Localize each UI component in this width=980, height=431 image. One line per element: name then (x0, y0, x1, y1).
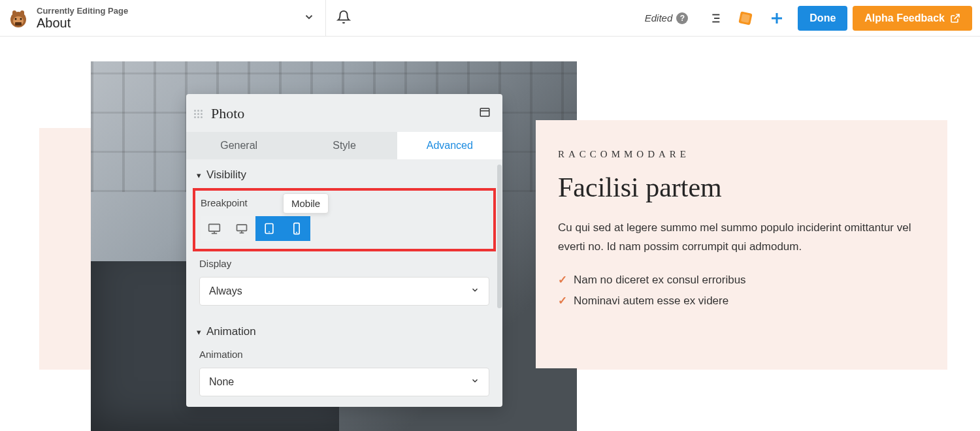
svg-rect-14 (741, 13, 750, 22)
top-bar: Currently Editing Page About Edited ? Do… (0, 0, 980, 37)
app-logo (8, 8, 29, 29)
feedback-button[interactable]: Alpha Feedback (853, 6, 972, 31)
feedback-label: Alpha Feedback (864, 12, 945, 24)
chevron-down-icon (470, 376, 480, 388)
panel-header[interactable]: Photo (186, 94, 502, 132)
page-title: About (37, 16, 128, 31)
svg-rect-22 (237, 225, 247, 231)
display-label: Display (199, 258, 489, 269)
breakpoint-highlight: Breakpoint (193, 188, 496, 251)
breakpoint-xl-button[interactable] (201, 216, 228, 241)
external-link-icon (950, 13, 960, 24)
section-animation[interactable]: ▾ Animation (186, 316, 502, 345)
tab-general[interactable]: General (186, 132, 291, 159)
section-visibility[interactable]: ▾ Visibility (186, 159, 502, 188)
bell-icon[interactable] (336, 10, 351, 27)
breakpoint-lg-button[interactable] (228, 216, 255, 241)
svg-point-6 (20, 18, 22, 20)
animation-label: Animation (199, 349, 489, 360)
canvas: RACCOMMODARE Facilisi partem Cu qui sed … (0, 37, 980, 431)
layout-icon[interactable] (738, 10, 753, 26)
expand-icon[interactable] (479, 106, 491, 121)
display-select[interactable]: Always (199, 277, 489, 306)
svg-point-5 (15, 18, 17, 20)
breakpoint-tablet-button[interactable] (255, 216, 283, 241)
scrollbar[interactable] (497, 165, 502, 308)
separator (325, 0, 326, 37)
page-context-label: Currently Editing Page (37, 6, 128, 16)
svg-rect-2 (12, 10, 16, 17)
chevron-down-icon: ▾ (197, 327, 201, 337)
done-button[interactable]: Done (798, 6, 847, 31)
check-icon: ✓ (558, 291, 567, 311)
drag-handle-icon[interactable] (194, 104, 203, 123)
outline-icon[interactable] (708, 11, 722, 25)
svg-rect-17 (480, 108, 489, 116)
panel-title: Photo (211, 105, 479, 122)
bullet-list: ✓Nam no diceret ex consul erroribus ✓Nom… (558, 270, 925, 312)
content-card: RACCOMMODARE Facilisi partem Cu qui sed … (536, 120, 947, 368)
chevron-down-icon[interactable] (303, 11, 315, 25)
headline-text: Facilisi partem (558, 172, 925, 203)
chevron-down-icon: ▾ (197, 170, 201, 180)
breakpoint-label: Breakpoint (201, 197, 488, 208)
plus-icon[interactable] (769, 10, 785, 26)
svg-rect-4 (15, 22, 22, 25)
breakpoint-mobile-button[interactable] (283, 216, 310, 241)
edited-status: Edited (645, 12, 673, 24)
eyebrow-text: RACCOMMODARE (558, 149, 925, 160)
breakpoint-toggle-group (201, 216, 488, 241)
check-icon: ✓ (558, 270, 567, 291)
animation-field: Animation None (186, 345, 502, 407)
svg-rect-3 (20, 10, 24, 17)
tab-style[interactable]: Style (291, 132, 397, 159)
page-selector[interactable]: Currently Editing Page About (37, 6, 315, 31)
display-field: Display Always (186, 254, 502, 316)
panel-tabs: General Style Advanced (186, 132, 502, 159)
help-icon[interactable]: ? (676, 12, 688, 24)
body-text: Cu qui sed at legere summo mel summo pop… (558, 219, 925, 257)
breakpoint-tooltip: Mobile (283, 193, 329, 214)
chevron-down-icon (470, 285, 480, 297)
list-item: ✓Nominavi autem esse ex videre (558, 291, 925, 311)
svg-rect-19 (209, 224, 220, 231)
tab-advanced[interactable]: Advanced (397, 132, 502, 159)
settings-panel: Photo General Style Advanced ▾ Visibilit… (186, 94, 502, 407)
animation-select[interactable]: None (199, 368, 489, 396)
list-item: ✓Nam no diceret ex consul erroribus (558, 270, 925, 291)
